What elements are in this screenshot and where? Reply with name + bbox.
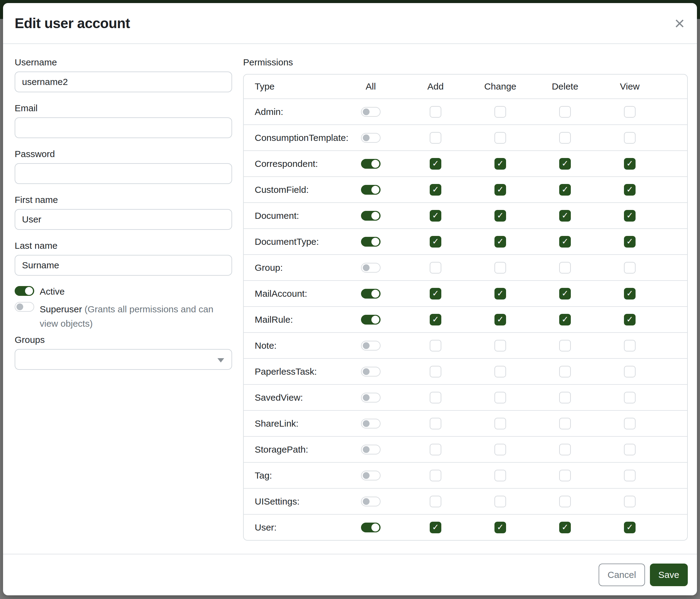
permission-add-checkbox[interactable] xyxy=(430,210,441,221)
username-input[interactable] xyxy=(15,72,232,92)
permission-view-checkbox[interactable] xyxy=(624,210,635,221)
last-name-label: Last name xyxy=(15,240,232,251)
toggle-knob xyxy=(371,160,379,168)
permission-delete-checkbox[interactable] xyxy=(559,522,571,533)
permission-delete-checkbox[interactable] xyxy=(559,184,571,196)
permission-change-checkbox[interactable] xyxy=(495,106,506,118)
permission-all-toggle[interactable] xyxy=(361,523,380,532)
permission-all-toggle[interactable] xyxy=(361,367,380,377)
permission-view-checkbox[interactable] xyxy=(624,236,635,247)
permission-change-checkbox[interactable] xyxy=(495,158,506,170)
permission-all-toggle[interactable] xyxy=(361,497,380,506)
permission-all-toggle[interactable] xyxy=(361,419,380,429)
permission-delete-checkbox[interactable] xyxy=(559,418,571,429)
permission-delete-checkbox[interactable] xyxy=(559,444,571,455)
save-button[interactable]: Save xyxy=(650,564,688,586)
permission-view-checkbox[interactable] xyxy=(624,106,635,118)
groups-select[interactable] xyxy=(15,349,232,370)
superuser-toggle[interactable] xyxy=(15,302,34,312)
toggle-knob xyxy=(363,368,370,375)
permission-add-checkbox[interactable] xyxy=(430,470,441,481)
permission-delete-checkbox[interactable] xyxy=(559,262,571,273)
permission-add-checkbox[interactable] xyxy=(430,288,441,300)
permission-view-checkbox[interactable] xyxy=(624,496,635,507)
permission-delete-checkbox[interactable] xyxy=(559,392,571,403)
cancel-button[interactable]: Cancel xyxy=(599,564,645,586)
permission-add-checkbox[interactable] xyxy=(430,418,441,429)
permission-change-checkbox[interactable] xyxy=(495,314,506,326)
permission-all-toggle[interactable] xyxy=(361,263,380,272)
permission-view-checkbox[interactable] xyxy=(624,158,635,170)
permission-all-toggle[interactable] xyxy=(361,471,380,480)
permission-delete-checkbox[interactable] xyxy=(559,210,571,221)
permission-change-checkbox[interactable] xyxy=(495,444,506,455)
permission-delete-checkbox[interactable] xyxy=(559,340,571,352)
permission-add-checkbox[interactable] xyxy=(430,366,441,378)
permission-change-checkbox[interactable] xyxy=(495,470,506,481)
permission-all-toggle[interactable] xyxy=(361,315,380,325)
permission-all-toggle[interactable] xyxy=(361,289,380,298)
permission-change-checkbox[interactable] xyxy=(495,184,506,196)
permission-change-checkbox[interactable] xyxy=(495,418,506,429)
permission-view-checkbox[interactable] xyxy=(624,314,635,326)
permission-delete-checkbox[interactable] xyxy=(559,314,571,326)
permission-change-checkbox[interactable] xyxy=(495,132,506,144)
permission-add-checkbox[interactable] xyxy=(430,522,441,533)
permission-view-checkbox[interactable] xyxy=(624,418,635,429)
permission-change-checkbox[interactable] xyxy=(495,366,506,378)
permission-add-checkbox[interactable] xyxy=(430,496,441,507)
permission-delete-checkbox[interactable] xyxy=(559,236,571,247)
permission-view-checkbox[interactable] xyxy=(624,522,635,533)
permission-delete-checkbox[interactable] xyxy=(559,106,571,118)
permission-view-checkbox[interactable] xyxy=(624,366,635,378)
permission-delete-checkbox[interactable] xyxy=(559,366,571,378)
groups-field-group: Groups xyxy=(15,334,232,370)
permission-view-checkbox[interactable] xyxy=(624,262,635,273)
permission-add-checkbox[interactable] xyxy=(430,106,441,118)
permission-delete-checkbox[interactable] xyxy=(559,132,571,144)
permission-view-checkbox[interactable] xyxy=(624,184,635,196)
permission-change-checkbox[interactable] xyxy=(495,262,506,273)
permission-all-toggle[interactable] xyxy=(361,237,380,247)
permission-add-checkbox[interactable] xyxy=(430,236,441,247)
permission-all-toggle[interactable] xyxy=(361,107,380,117)
permission-view-checkbox[interactable] xyxy=(624,340,635,352)
active-toggle[interactable] xyxy=(15,286,34,296)
permission-view-checkbox[interactable] xyxy=(624,470,635,481)
permission-add-checkbox[interactable] xyxy=(430,132,441,144)
permission-change-checkbox[interactable] xyxy=(495,236,506,247)
permission-change-checkbox[interactable] xyxy=(495,210,506,221)
permission-view-checkbox[interactable] xyxy=(624,132,635,144)
permission-change-checkbox[interactable] xyxy=(495,522,506,533)
permission-all-toggle[interactable] xyxy=(361,211,380,221)
permission-add-checkbox[interactable] xyxy=(430,392,441,403)
close-icon[interactable]: × xyxy=(672,14,687,32)
permission-change-checkbox[interactable] xyxy=(495,496,506,507)
permission-delete-checkbox[interactable] xyxy=(559,288,571,300)
password-input[interactable] xyxy=(15,163,232,184)
permission-change-checkbox[interactable] xyxy=(495,392,506,403)
permission-add-checkbox[interactable] xyxy=(430,314,441,326)
email-input[interactable] xyxy=(15,117,232,138)
permission-all-toggle[interactable] xyxy=(361,341,380,351)
permission-delete-checkbox[interactable] xyxy=(559,496,571,507)
permission-delete-checkbox[interactable] xyxy=(559,158,571,170)
permission-add-checkbox[interactable] xyxy=(430,158,441,170)
permission-view-checkbox[interactable] xyxy=(624,392,635,403)
permission-add-checkbox[interactable] xyxy=(430,184,441,196)
permission-all-toggle[interactable] xyxy=(361,393,380,403)
first-name-input[interactable] xyxy=(15,209,232,230)
permission-delete-checkbox[interactable] xyxy=(559,470,571,481)
permission-add-checkbox[interactable] xyxy=(430,340,441,352)
last-name-input[interactable] xyxy=(15,255,232,275)
permission-all-toggle[interactable] xyxy=(361,185,380,195)
permission-add-checkbox[interactable] xyxy=(430,444,441,455)
permission-all-toggle[interactable] xyxy=(361,159,380,169)
permission-view-checkbox[interactable] xyxy=(624,444,635,455)
permission-add-checkbox[interactable] xyxy=(430,262,441,273)
permission-change-checkbox[interactable] xyxy=(495,288,506,300)
permission-view-checkbox[interactable] xyxy=(624,288,635,300)
permission-change-checkbox[interactable] xyxy=(495,340,506,352)
permission-all-toggle[interactable] xyxy=(361,133,380,143)
permission-all-toggle[interactable] xyxy=(361,445,380,454)
